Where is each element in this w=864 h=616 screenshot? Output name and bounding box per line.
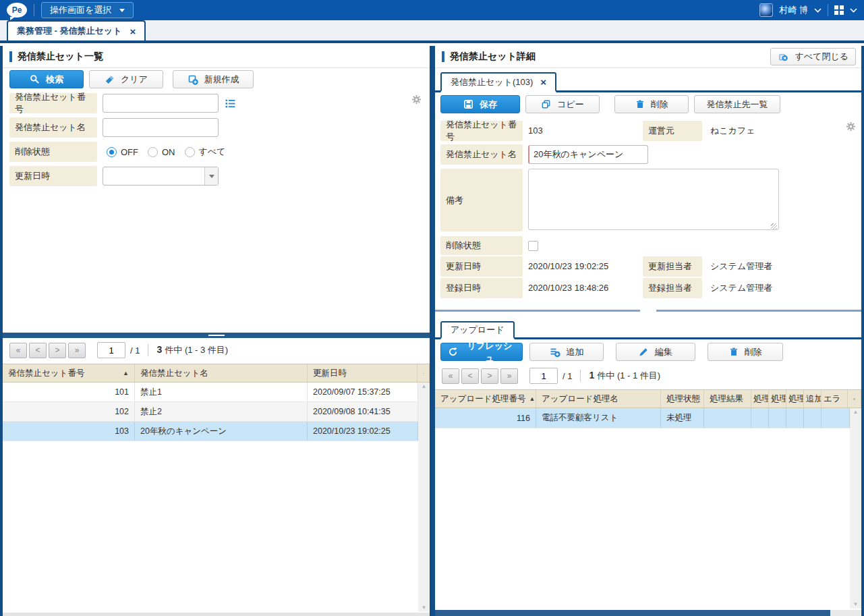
scroll-down-icon[interactable]: ▼: [853, 602, 859, 607]
header-truncated-label: エラ: [824, 393, 841, 405]
select-dropdown-button[interactable]: [204, 167, 218, 185]
right-frame-edge: [861, 46, 864, 616]
cell-empty: [822, 408, 850, 428]
create-new-button-label: 新規作成: [204, 74, 239, 86]
header-truncated-col[interactable]: 追加: [804, 390, 822, 408]
save-button[interactable]: 保存: [440, 95, 520, 113]
prohibit-targets-button[interactable]: 発信禁止先一覧: [694, 95, 780, 113]
resize-handle-icon[interactable]: [771, 223, 777, 229]
left-panel-title: 発信禁止セット一覧: [18, 51, 103, 63]
pager-prev-button[interactable]: <: [461, 368, 479, 384]
cell-empty: [786, 408, 804, 428]
radio-all[interactable]: [185, 147, 195, 157]
gear-icon[interactable]: [846, 121, 856, 132]
add-button[interactable]: 追加: [529, 343, 604, 361]
screen-select-button[interactable]: 操作画面を選択: [41, 2, 134, 18]
tab-upload[interactable]: アップロード: [440, 321, 515, 339]
upload-table-settings-gear[interactable]: [848, 390, 861, 408]
apps-grid-icon[interactable]: [834, 5, 844, 15]
close-icon[interactable]: ×: [540, 77, 546, 87]
copy-button[interactable]: コピー: [525, 95, 600, 113]
scroll-down-icon[interactable]: ▼: [422, 605, 427, 611]
header-upload-name[interactable]: アップロード処理名: [536, 390, 661, 408]
search-button[interactable]: 検索: [9, 70, 84, 88]
apps-menu-chevron-icon[interactable]: [850, 8, 857, 13]
scroll-up-icon[interactable]: ▲: [853, 410, 859, 415]
table-row-selected[interactable]: 103 20年秋のキャンペーン 2020/10/23 19:02:25: [3, 422, 418, 441]
record-count-text: 件中 (1 - 3 件目): [165, 345, 228, 355]
radio-on[interactable]: [148, 147, 158, 157]
close-all-button[interactable]: すべて閉じる: [770, 48, 856, 65]
pager-prev-button[interactable]: <: [29, 343, 47, 358]
scroll-up-icon[interactable]: ▲: [422, 384, 427, 389]
create-new-button[interactable]: 新規作成: [173, 70, 254, 88]
list-picker-icon[interactable]: [225, 98, 236, 109]
detail-tab-bar: 発信禁止セット(103) ×: [435, 70, 861, 92]
close-icon[interactable]: ×: [129, 26, 136, 36]
header-truncated-col[interactable]: 処理: [751, 390, 769, 408]
pencil-icon: [639, 347, 649, 357]
set-number-input[interactable]: [103, 94, 219, 113]
header-set-number[interactable]: 発信禁止セット番号▲: [3, 364, 135, 382]
pager-next-button[interactable]: >: [481, 368, 498, 384]
page-number-input[interactable]: [529, 368, 558, 384]
radio-off-label: OFF: [121, 147, 138, 157]
vertical-scrollbar[interactable]: ▲ ▼: [418, 383, 430, 612]
horizontal-splitter[interactable]: [3, 333, 430, 338]
detail-number-label: 発信禁止セット番号: [440, 121, 523, 141]
page-number-input[interactable]: [97, 342, 125, 358]
header-set-name[interactable]: 発信禁止セット名: [135, 364, 308, 382]
delete-state-checkbox[interactable]: [528, 241, 538, 251]
horizontal-scrollbar-track[interactable]: [3, 613, 430, 616]
close-all-label: すべて閉じる: [795, 51, 848, 63]
main-tab-strip: 業務管理 - 発信禁止セット ×: [0, 20, 864, 43]
updated-at-select[interactable]: [103, 167, 219, 186]
header-upload-number[interactable]: アップロード処理番号▲: [435, 390, 536, 408]
header-updated[interactable]: 更新日時: [308, 364, 417, 382]
updated-at-label: 更新日時: [9, 166, 97, 186]
right-panel-title: 発信禁止セット詳細: [450, 51, 536, 63]
table-row[interactable]: 102 禁止2 2020/09/08 10:41:35: [3, 402, 418, 422]
header-process-status[interactable]: 処理状態: [661, 390, 704, 408]
table-row[interactable]: 101 禁止1 2020/09/07 15:37:25: [3, 383, 418, 402]
horizontal-scrollbar-thumb[interactable]: [435, 610, 830, 616]
cell-upload-number: 116: [435, 408, 536, 428]
pager-next-button[interactable]: >: [49, 343, 66, 358]
header-truncated-col[interactable]: エラ: [822, 390, 848, 408]
header-process-result[interactable]: 処理結果: [704, 390, 751, 408]
header-truncated-col[interactable]: 処理: [769, 390, 786, 408]
table-header-row: 発信禁止セット番号▲ 発信禁止セット名 更新日時: [3, 364, 430, 383]
detail-upload-splitter[interactable]: [435, 310, 861, 312]
gear-icon[interactable]: [411, 94, 422, 105]
table-settings-gear[interactable]: [417, 364, 430, 382]
clear-button-label: クリア: [121, 74, 148, 86]
set-name-input[interactable]: [103, 118, 219, 137]
tab-prohibit-set-103[interactable]: 発信禁止セット(103) ×: [440, 72, 556, 92]
detail-name-input[interactable]: [528, 145, 648, 164]
avatar[interactable]: [759, 3, 773, 17]
upload-delete-button-label: 削除: [745, 346, 762, 358]
pager-first-button[interactable]: «: [442, 368, 459, 384]
header-truncated-col[interactable]: 処理: [786, 390, 804, 408]
remarks-textarea[interactable]: [528, 169, 779, 230]
upload-table-row-selected[interactable]: 116 電話不要顧客リスト 未処理: [435, 408, 850, 428]
panel-divider[interactable]: [430, 46, 435, 616]
upload-delete-button[interactable]: 削除: [708, 343, 783, 361]
pager-first-button[interactable]: «: [9, 343, 27, 358]
header-truncated-label: 処理: [771, 393, 786, 405]
refresh-button[interactable]: リフレッシュ: [440, 343, 523, 361]
clear-button[interactable]: クリア: [89, 70, 163, 88]
radio-off[interactable]: [107, 147, 117, 157]
header-truncated-label: 処理: [788, 393, 804, 405]
delete-button[interactable]: 削除: [614, 95, 689, 113]
created-by-label: 登録担当者: [643, 278, 702, 298]
pager-last-button[interactable]: »: [68, 343, 86, 358]
record-count: 1件中 (1 - 1 件目): [589, 370, 660, 382]
user-menu-chevron-icon[interactable]: [814, 8, 822, 13]
header-upload-number-label: アップロード処理番号: [440, 393, 525, 405]
copy-icon: [541, 99, 551, 109]
pager-last-button[interactable]: »: [500, 368, 518, 384]
vertical-scrollbar[interactable]: ▲ ▼: [850, 408, 861, 609]
edit-button[interactable]: 編集: [616, 343, 695, 361]
tab-gyomu-kanri[interactable]: 業務管理 - 発信禁止セット ×: [7, 20, 146, 40]
